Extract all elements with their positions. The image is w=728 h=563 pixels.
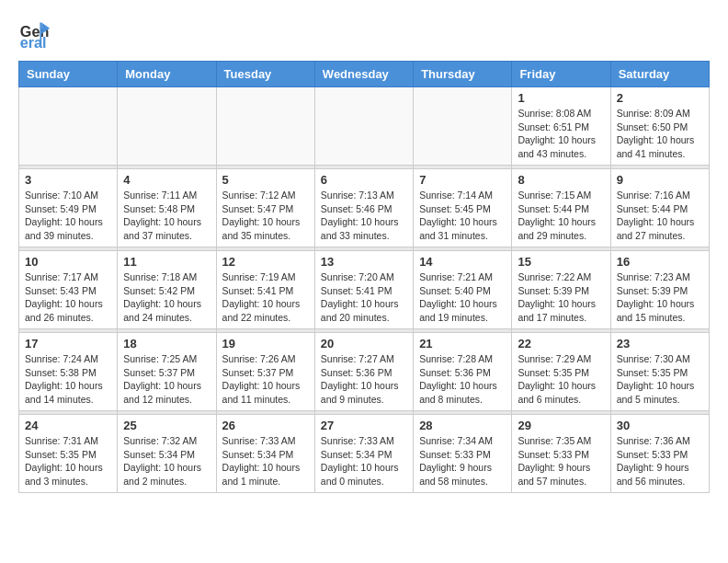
calendar-cell: 7Sunrise: 7:14 AMSunset: 5:45 PMDaylight… <box>414 169 512 247</box>
svg-text:eral: eral <box>20 34 47 51</box>
day-number: 30 <box>617 419 703 432</box>
calendar-cell: 16Sunrise: 7:23 AMSunset: 5:39 PMDayligh… <box>610 251 709 329</box>
day-number: 28 <box>419 419 506 432</box>
day-info: Sunrise: 7:33 AMSunset: 5:34 PMDaylight:… <box>321 434 407 488</box>
calendar-cell: 10Sunrise: 7:17 AMSunset: 5:43 PMDayligh… <box>19 251 118 329</box>
day-number: 9 <box>617 173 703 187</box>
calendar-table: SundayMondayTuesdayWednesdayThursdayFrid… <box>18 61 710 493</box>
day-number: 24 <box>25 419 111 432</box>
day-number: 15 <box>518 255 604 269</box>
day-number: 5 <box>222 173 309 187</box>
day-info: Sunrise: 7:22 AMSunset: 5:39 PMDaylight:… <box>518 270 604 325</box>
day-number: 13 <box>321 255 407 269</box>
day-number: 21 <box>419 337 506 350</box>
calendar-cell: 21Sunrise: 7:28 AMSunset: 5:36 PMDayligh… <box>414 333 512 411</box>
calendar-week-row: 3Sunrise: 7:10 AMSunset: 5:49 PMDaylight… <box>19 169 710 247</box>
calendar-cell: 19Sunrise: 7:26 AMSunset: 5:37 PMDayligh… <box>216 333 314 411</box>
day-number: 11 <box>123 255 210 269</box>
day-info: Sunrise: 7:15 AMSunset: 5:44 PMDaylight:… <box>518 189 604 243</box>
day-info: Sunrise: 8:08 AMSunset: 6:51 PMDaylight:… <box>518 107 604 161</box>
calendar-cell <box>314 87 413 166</box>
day-number: 20 <box>321 337 407 350</box>
day-info: Sunrise: 7:24 AMSunset: 5:38 PMDaylight:… <box>25 352 111 407</box>
day-info: Sunrise: 7:10 AMSunset: 5:49 PMDaylight:… <box>25 189 111 243</box>
day-number: 6 <box>321 173 407 187</box>
calendar-cell <box>118 87 216 166</box>
calendar-cell <box>414 87 512 166</box>
day-header-monday: Monday <box>118 62 216 87</box>
day-number: 2 <box>617 91 703 105</box>
day-number: 26 <box>222 419 309 432</box>
day-info: Sunrise: 7:35 AMSunset: 5:33 PMDaylight:… <box>518 434 604 488</box>
calendar-header-row: SundayMondayTuesdayWednesdayThursdayFrid… <box>19 62 710 87</box>
day-info: Sunrise: 7:25 AMSunset: 5:37 PMDaylight:… <box>123 352 210 407</box>
calendar-cell: 12Sunrise: 7:19 AMSunset: 5:41 PMDayligh… <box>216 251 314 329</box>
logo-icon: Gen eral <box>18 18 51 52</box>
day-info: Sunrise: 7:14 AMSunset: 5:45 PMDaylight:… <box>419 189 506 243</box>
day-header-saturday: Saturday <box>610 62 709 87</box>
calendar-cell <box>216 87 314 166</box>
calendar-cell: 6Sunrise: 7:13 AMSunset: 5:46 PMDaylight… <box>314 169 413 247</box>
day-info: Sunrise: 7:28 AMSunset: 5:36 PMDaylight:… <box>419 352 506 407</box>
calendar-cell <box>19 87 118 166</box>
day-number: 18 <box>123 337 210 350</box>
calendar-cell: 27Sunrise: 7:33 AMSunset: 5:34 PMDayligh… <box>314 415 413 493</box>
calendar-cell: 4Sunrise: 7:11 AMSunset: 5:48 PMDaylight… <box>118 169 216 247</box>
calendar-cell: 15Sunrise: 7:22 AMSunset: 5:39 PMDayligh… <box>512 251 610 329</box>
day-info: Sunrise: 7:12 AMSunset: 5:47 PMDaylight:… <box>222 189 309 243</box>
day-header-sunday: Sunday <box>19 62 118 87</box>
day-number: 17 <box>25 337 111 350</box>
calendar-cell: 29Sunrise: 7:35 AMSunset: 5:33 PMDayligh… <box>512 415 610 493</box>
calendar-cell: 24Sunrise: 7:31 AMSunset: 5:35 PMDayligh… <box>19 415 118 493</box>
day-number: 14 <box>419 255 506 269</box>
day-info: Sunrise: 8:09 AMSunset: 6:50 PMDaylight:… <box>617 107 703 161</box>
day-info: Sunrise: 7:21 AMSunset: 5:40 PMDaylight:… <box>419 270 506 325</box>
day-info: Sunrise: 7:27 AMSunset: 5:36 PMDaylight:… <box>321 352 407 407</box>
calendar-cell: 14Sunrise: 7:21 AMSunset: 5:40 PMDayligh… <box>414 251 512 329</box>
calendar-cell: 13Sunrise: 7:20 AMSunset: 5:41 PMDayligh… <box>314 251 413 329</box>
day-info: Sunrise: 7:17 AMSunset: 5:43 PMDaylight:… <box>25 270 111 325</box>
calendar-cell: 18Sunrise: 7:25 AMSunset: 5:37 PMDayligh… <box>118 333 216 411</box>
day-info: Sunrise: 7:13 AMSunset: 5:46 PMDaylight:… <box>321 189 407 243</box>
calendar-cell: 30Sunrise: 7:36 AMSunset: 5:33 PMDayligh… <box>610 415 709 493</box>
day-number: 27 <box>321 419 407 432</box>
day-header-thursday: Thursday <box>414 62 512 87</box>
calendar-cell: 2Sunrise: 8:09 AMSunset: 6:50 PMDaylight… <box>610 87 709 166</box>
calendar-cell: 8Sunrise: 7:15 AMSunset: 5:44 PMDaylight… <box>512 169 610 247</box>
day-info: Sunrise: 7:23 AMSunset: 5:39 PMDaylight:… <box>617 270 703 325</box>
day-number: 16 <box>617 255 703 269</box>
day-info: Sunrise: 7:18 AMSunset: 5:42 PMDaylight:… <box>123 270 210 325</box>
calendar-cell: 9Sunrise: 7:16 AMSunset: 5:44 PMDaylight… <box>610 169 709 247</box>
day-number: 8 <box>518 173 604 187</box>
day-info: Sunrise: 7:20 AMSunset: 5:41 PMDaylight:… <box>321 270 407 325</box>
day-number: 29 <box>518 419 604 432</box>
calendar-cell: 1Sunrise: 8:08 AMSunset: 6:51 PMDaylight… <box>512 87 610 166</box>
day-info: Sunrise: 7:26 AMSunset: 5:37 PMDaylight:… <box>222 352 309 407</box>
day-header-wednesday: Wednesday <box>314 62 413 87</box>
day-info: Sunrise: 7:16 AMSunset: 5:44 PMDaylight:… <box>617 189 703 243</box>
day-header-tuesday: Tuesday <box>216 62 314 87</box>
day-info: Sunrise: 7:30 AMSunset: 5:35 PMDaylight:… <box>617 352 703 407</box>
calendar-cell: 22Sunrise: 7:29 AMSunset: 5:35 PMDayligh… <box>512 333 610 411</box>
calendar-cell: 5Sunrise: 7:12 AMSunset: 5:47 PMDaylight… <box>216 169 314 247</box>
day-info: Sunrise: 7:32 AMSunset: 5:34 PMDaylight:… <box>123 434 210 488</box>
day-header-friday: Friday <box>512 62 610 87</box>
day-info: Sunrise: 7:36 AMSunset: 5:33 PMDaylight:… <box>617 434 703 488</box>
day-number: 10 <box>25 255 111 269</box>
day-number: 7 <box>419 173 506 187</box>
calendar-week-row: 17Sunrise: 7:24 AMSunset: 5:38 PMDayligh… <box>19 333 710 411</box>
day-info: Sunrise: 7:11 AMSunset: 5:48 PMDaylight:… <box>123 189 210 243</box>
day-info: Sunrise: 7:31 AMSunset: 5:35 PMDaylight:… <box>25 434 111 488</box>
day-number: 25 <box>123 419 210 432</box>
day-info: Sunrise: 7:34 AMSunset: 5:33 PMDaylight:… <box>419 434 506 488</box>
page-header: Gen eral <box>18 18 710 52</box>
day-info: Sunrise: 7:19 AMSunset: 5:41 PMDaylight:… <box>222 270 309 325</box>
calendar-cell: 23Sunrise: 7:30 AMSunset: 5:35 PMDayligh… <box>610 333 709 411</box>
day-number: 12 <box>222 255 309 269</box>
day-info: Sunrise: 7:29 AMSunset: 5:35 PMDaylight:… <box>518 352 604 407</box>
calendar-cell: 11Sunrise: 7:18 AMSunset: 5:42 PMDayligh… <box>118 251 216 329</box>
day-number: 19 <box>222 337 309 350</box>
calendar-cell: 17Sunrise: 7:24 AMSunset: 5:38 PMDayligh… <box>19 333 118 411</box>
svg-rect-3 <box>40 23 41 46</box>
day-number: 3 <box>25 173 111 187</box>
